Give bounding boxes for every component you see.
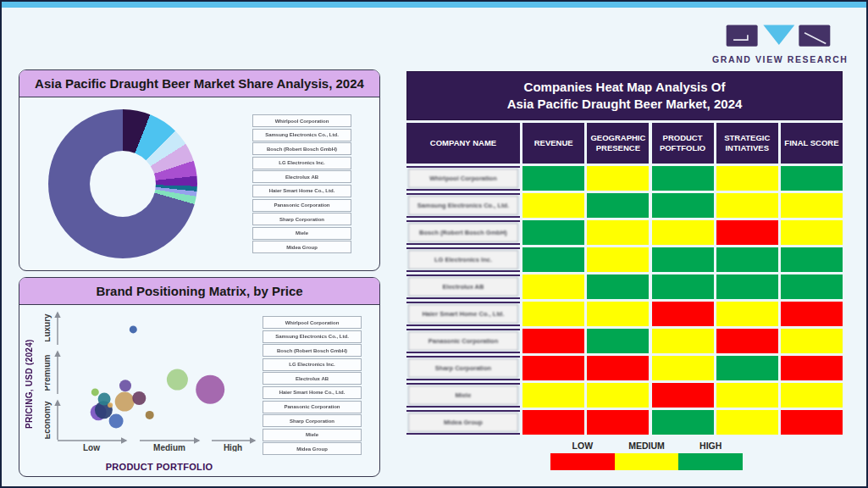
heatmap-score-cell-high xyxy=(716,247,778,273)
heatmap-score-cell-high xyxy=(652,274,714,300)
grand-view-research-logo: GRAND VIEW RESEARCH xyxy=(712,24,844,64)
heatmap-score-cell-low xyxy=(522,356,584,381)
legend-company-item: Whirlpool Corporation xyxy=(252,114,351,127)
heatmap-score-cell-low xyxy=(587,356,649,381)
heatmap-company-name: LG Electronics Inc. xyxy=(408,250,518,269)
brand-bubble xyxy=(132,391,146,405)
heatmap-score-cell-medium xyxy=(522,383,584,408)
heatmap-score-cell-low xyxy=(522,410,584,435)
heatmap-score-cell-medium xyxy=(587,302,649,327)
legend-company-item: Panasonic Corporation xyxy=(263,401,362,413)
y-label-economy: Economy xyxy=(45,401,52,439)
legend-company-item: Whirlpool Corporation xyxy=(263,316,362,329)
market-share-panel: Asia Pacific Draught Beer Market Share A… xyxy=(19,69,380,271)
heatmap-score-cell-low xyxy=(781,356,843,381)
heatmap-company-name: Electrolux AB xyxy=(408,277,518,297)
legend-company-item: Electrolux AB xyxy=(263,372,362,385)
heatmap-legend-swatches xyxy=(550,453,743,470)
heatmap-legend-labels: LOWMEDIUMHIGH xyxy=(550,441,743,451)
heatmap-score-cell-low xyxy=(716,220,778,246)
heatmap-company-name: Sharp Corporation xyxy=(408,358,518,378)
brand-positioning-title: Brand Positioning Matrix, by Price xyxy=(19,278,379,305)
heatmap-company-name: Whirlpool Corporation xyxy=(408,169,518,188)
heatmap-score-cell-medium xyxy=(716,193,778,219)
x-label-low: Low xyxy=(83,443,100,452)
legend-company-item: Samsung Electronics Co., Ltd. xyxy=(252,129,351,141)
heatmap-section: Companies Heat Map Analysis Of Asia Paci… xyxy=(406,71,843,435)
x-axis-title: PRODUCT PORTFOLIO xyxy=(45,462,274,472)
bubble-plot: Economy Premium Luxury Low Medium High xyxy=(45,306,274,452)
heatmap-score-cell-medium xyxy=(587,220,649,246)
heatmap-score-cell-high xyxy=(587,193,649,219)
heatmap-score-cell-medium xyxy=(781,383,843,408)
gvr-brand-text: GRAND VIEW RESEARCH xyxy=(712,54,844,64)
y-label-luxury: Luxury xyxy=(45,313,52,342)
col-header-final-score: FINAL SCORE xyxy=(781,123,843,164)
legend-swatch-high xyxy=(678,453,743,470)
legend-company-item: Haier Smart Home Co., Ltd. xyxy=(252,185,351,197)
heatmap-score-cell-medium xyxy=(652,220,714,246)
legend-company-item: Panasonic Corporation xyxy=(252,199,351,212)
legend-label-low: LOW xyxy=(550,441,615,451)
heatmap-score-cell-low xyxy=(652,383,714,408)
heatmap-score-cell-high xyxy=(522,220,584,246)
heatmap-row: Electrolux AB xyxy=(406,274,843,300)
brand-positioning-company-legend: Whirlpool CorporationSamsung Electronics… xyxy=(263,316,362,457)
heatmap-score-cell-medium xyxy=(716,302,778,327)
heatmap-score-cell-low xyxy=(781,410,843,435)
top-accent-bar xyxy=(2,2,866,8)
heatmap-company-name: Midea Group xyxy=(408,413,518,432)
x-label-medium: Medium xyxy=(153,443,185,452)
heatmap-body: Whirlpool CorporationSamsung Electronics… xyxy=(406,166,843,435)
infographic-page: GRAND VIEW RESEARCH Asia Pacific Draught… xyxy=(0,0,868,488)
heatmap-company-name: Bosch (Robert Bosch GmbH) xyxy=(408,223,518,242)
heatmap-score-cell-medium xyxy=(652,356,714,381)
heatmap-score-cell-high xyxy=(781,247,843,273)
heatmap-company-name: Samsung Electronics Co., Ltd. xyxy=(408,196,518,215)
brand-bubble xyxy=(108,402,113,408)
legend-company-item: LG Electronics Inc. xyxy=(263,358,362,371)
heatmap-score-cell-low xyxy=(652,302,714,327)
heatmap-score-cell-high xyxy=(587,274,649,300)
heatmap-company-cell: Miele xyxy=(406,383,520,408)
legend-swatch-medium xyxy=(615,453,679,470)
heatmap-score-cell-high xyxy=(652,193,714,219)
heatmap-row: Bosch (Robert Bosch GmbH) xyxy=(406,220,843,246)
heatmap-row: Sharp Corporation xyxy=(406,356,843,381)
col-header-product-portfolio: PRODUCT POFTFOLIO xyxy=(652,123,714,164)
legend-company-item: Miele xyxy=(263,429,362,441)
legend-company-item: Midea Group xyxy=(263,442,362,455)
heatmap-row: Panasonic Corporation xyxy=(406,329,843,354)
heatmap-score-cell-medium xyxy=(522,302,584,327)
heatmap-legend: LOWMEDIUMHIGH xyxy=(550,441,743,470)
legend-company-item: Samsung Electronics Co., Ltd. xyxy=(263,330,362,343)
legend-company-item: LG Electronics Inc. xyxy=(252,157,351,169)
heatmap-score-cell-medium xyxy=(781,220,843,246)
brand-positioning-panel: Brand Positioning Matrix, by Price PRICI… xyxy=(19,277,380,477)
heatmap-company-cell: Panasonic Corporation xyxy=(406,329,520,354)
brand-bubble xyxy=(130,325,137,333)
heatmap-title: Companies Heat Map Analysis Of Asia Paci… xyxy=(406,71,843,120)
heatmap-row: Samsung Electronics Co., Ltd. xyxy=(406,193,843,219)
bubble-layer xyxy=(91,325,225,428)
market-share-donut-chart xyxy=(48,109,197,258)
legend-company-item: Bosch (Robert Bosch GmbH) xyxy=(263,344,362,357)
heatmap-score-cell-low xyxy=(781,302,843,327)
legend-label-high: HIGH xyxy=(678,441,743,451)
heatmap-score-cell-high xyxy=(716,356,778,381)
heatmap-score-cell-medium xyxy=(587,383,649,408)
heatmap-company-cell: Bosch (Robert Bosch GmbH) xyxy=(406,220,520,246)
legend-company-item: Sharp Corporation xyxy=(263,414,362,427)
brand-bubble xyxy=(119,380,131,391)
y-label-premium: Premium xyxy=(45,354,52,391)
gvr-logo-mark-icon xyxy=(725,24,832,49)
x-label-high: High xyxy=(224,443,242,452)
heatmap-score-cell-medium xyxy=(781,329,843,354)
heatmap-header-row: COMPANY NAME REVENUE GEOGRAPHIC PRESENCE… xyxy=(406,123,843,164)
brand-bubble xyxy=(146,411,154,419)
heatmap-score-cell-high xyxy=(587,329,649,354)
market-share-company-legend: Whirlpool CorporationSamsung Electronics… xyxy=(252,114,351,255)
brand-bubble xyxy=(196,375,224,404)
legend-company-item: Electrolux AB xyxy=(252,170,351,183)
heatmap-score-cell-high xyxy=(652,410,714,435)
